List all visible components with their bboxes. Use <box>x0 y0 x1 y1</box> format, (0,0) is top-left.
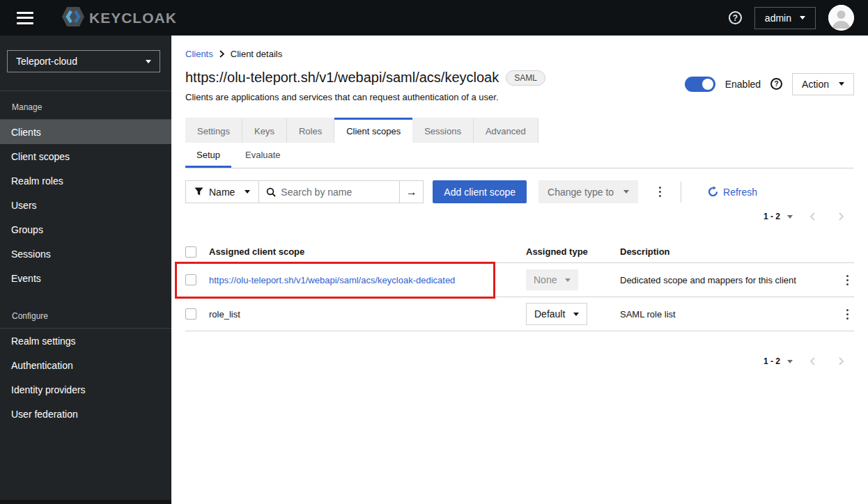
tab-sessions[interactable]: Sessions <box>412 118 474 143</box>
search-box <box>258 180 400 203</box>
scope-name: role_list <box>209 309 526 320</box>
avatar[interactable] <box>828 5 854 31</box>
chevron-down-icon <box>787 360 793 363</box>
toolbar-divider <box>681 182 681 203</box>
action-dropdown-label: Action <box>802 79 829 90</box>
pagination-next-icon[interactable] <box>839 357 844 365</box>
main-content: Clients Client details https://olu-telep… <box>171 36 868 504</box>
sidebar-item-events[interactable]: Events <box>0 266 171 290</box>
tab-settings[interactable]: Settings <box>185 118 242 143</box>
breadcrumb-chevron-icon <box>219 50 224 58</box>
pagination-next-icon[interactable] <box>839 212 844 221</box>
user-menu-label: admin <box>765 13 791 24</box>
assigned-type-dropdown[interactable]: Default <box>526 303 587 325</box>
search-input[interactable] <box>281 187 385 198</box>
row-kebab-icon[interactable] <box>841 271 854 290</box>
sidebar-item-users[interactable]: Users <box>0 193 171 217</box>
pagination-prev-icon[interactable] <box>809 212 815 221</box>
sidebar-item-clients[interactable]: Clients <box>0 120 171 144</box>
sidebar-item-identity-providers[interactable]: Identity providers <box>0 377 171 402</box>
breadcrumb-current: Client details <box>231 49 282 59</box>
scope-link[interactable]: https://olu-teleport.sh/v1/webapi/saml/a… <box>209 275 526 285</box>
pagination-bottom: 1 - 2 <box>185 356 854 366</box>
masthead: KEYCLOAK ? admin <box>0 0 868 36</box>
breadcrumb-clients-link[interactable]: Clients <box>185 49 213 59</box>
refresh-button[interactable]: Refresh <box>708 187 757 198</box>
sidebar-item-realm-settings[interactable]: Realm settings <box>0 329 171 353</box>
nav-group-configure: Configure <box>0 290 171 328</box>
add-client-scope-button[interactable]: Add client scope <box>433 180 527 203</box>
refresh-label: Refresh <box>723 187 757 198</box>
client-help-icon[interactable]: ? <box>770 78 782 90</box>
page-subtitle: Clients are applications and services th… <box>185 92 545 102</box>
client-scopes-table: Assigned client scope Assigned type Desc… <box>185 241 854 331</box>
subtab-bar: Setup Evaluate <box>185 143 854 168</box>
assigned-type-value: None <box>534 274 557 285</box>
tab-advanced[interactable]: Advanced <box>474 118 538 143</box>
toolbar: Name → Add client scope Change type to R… <box>185 180 854 203</box>
table-row: https://olu-teleport.sh/v1/webapi/saml/a… <box>185 263 854 297</box>
subtab-evaluate[interactable]: Evaluate <box>234 143 292 168</box>
row-description: Dedicated scope and mappers for this cli… <box>620 275 829 285</box>
nav-group-manage: Manage <box>0 91 171 119</box>
filter-icon <box>194 187 203 196</box>
pagination-range-dropdown[interactable]: 1 - 2 <box>764 356 793 366</box>
row-checkbox[interactable] <box>185 274 196 285</box>
saml-badge: SAML <box>506 70 545 86</box>
chevron-down-icon <box>245 190 250 194</box>
hamburger-menu-icon[interactable] <box>17 12 33 24</box>
keycloak-logo-icon <box>61 6 85 30</box>
filter-dropdown[interactable]: Name <box>185 180 258 203</box>
refresh-icon <box>708 187 718 197</box>
change-type-label: Change type to <box>548 187 614 198</box>
user-menu-dropdown[interactable]: admin <box>754 7 816 29</box>
col-header-scope: Assigned client scope <box>209 246 526 257</box>
assigned-type-value: Default <box>534 308 565 320</box>
tab-client-scopes[interactable]: Client scopes <box>334 118 412 143</box>
row-kebab-icon[interactable] <box>841 305 854 324</box>
chevron-down-icon <box>573 313 579 316</box>
sidebar-item-authentication[interactable]: Authentication <box>0 353 171 377</box>
header-help-icon[interactable]: ? <box>729 11 742 24</box>
change-type-dropdown[interactable]: Change type to <box>538 180 638 203</box>
chevron-down-icon <box>800 16 805 19</box>
enabled-label: Enabled <box>725 79 761 90</box>
sidebar-item-realm-roles[interactable]: Realm roles <box>0 168 171 193</box>
col-header-description: Description <box>620 246 829 257</box>
sidebar-item-user-federation[interactable]: User federation <box>0 402 171 426</box>
row-checkbox[interactable] <box>185 308 196 320</box>
chevron-down-icon <box>623 190 629 194</box>
keycloak-logo[interactable]: KEYCLOAK <box>61 6 177 30</box>
arrow-right-icon: → <box>406 186 417 198</box>
pagination-prev-icon[interactable] <box>809 357 815 365</box>
sidebar-item-sessions[interactable]: Sessions <box>0 242 171 266</box>
pagination-top: 1 - 2 <box>185 212 854 221</box>
pagination-range: 1 - 2 <box>764 212 780 221</box>
select-all-checkbox[interactable] <box>185 246 196 258</box>
assigned-type-dropdown[interactable]: None <box>526 269 578 290</box>
breadcrumb: Clients Client details <box>185 49 854 59</box>
tab-roles[interactable]: Roles <box>287 118 334 143</box>
table-header-row: Assigned client scope Assigned type Desc… <box>185 241 854 263</box>
row-description: SAML role list <box>620 309 829 320</box>
chevron-down-icon <box>839 82 844 86</box>
toolbar-kebab-icon[interactable] <box>653 182 667 201</box>
filter-dropdown-label: Name <box>209 187 235 198</box>
search-icon <box>266 187 276 197</box>
search-submit-button[interactable]: → <box>400 180 424 203</box>
sidebar-item-groups[interactable]: Groups <box>0 217 171 242</box>
table-row: role_list Default SAML role list <box>185 297 854 331</box>
action-dropdown[interactable]: Action <box>792 73 854 95</box>
pagination-range: 1 - 2 <box>764 356 780 366</box>
subtab-setup[interactable]: Setup <box>185 143 231 168</box>
sidebar: Teleport-cloud Manage Clients Client sco… <box>0 36 171 504</box>
col-header-type: Assigned type <box>526 246 620 257</box>
realm-selector[interactable]: Teleport-cloud <box>7 50 160 72</box>
chevron-down-icon <box>787 215 793 219</box>
realm-selector-label: Teleport-cloud <box>16 56 77 67</box>
pagination-range-dropdown[interactable]: 1 - 2 <box>764 212 793 221</box>
enabled-toggle[interactable] <box>685 77 715 92</box>
sidebar-item-client-scopes[interactable]: Client scopes <box>0 144 171 168</box>
page-title: https://olu-teleport.sh/v1/webapi/saml/a… <box>185 70 499 86</box>
tab-keys[interactable]: Keys <box>242 118 287 143</box>
